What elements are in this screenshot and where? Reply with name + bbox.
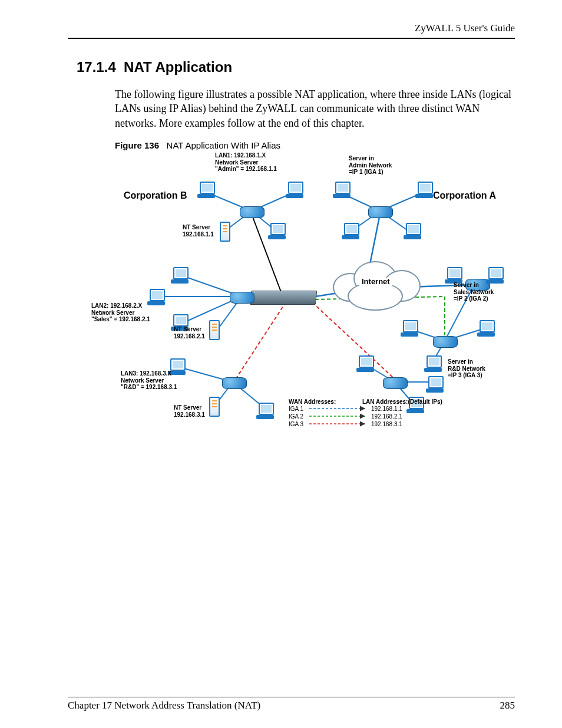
pc-icon — [415, 182, 433, 198]
internet-cloud: Internet — [327, 258, 427, 311]
svg-line-27 — [312, 302, 395, 379]
pc-icon — [342, 223, 359, 239]
nt1-label: NT Server192.168.1.1 — [183, 224, 214, 238]
section-number: 17.1.4 — [77, 59, 116, 75]
nt-server-2 — [209, 320, 220, 340]
lanip3-label: 192.168.3.1 — [371, 421, 402, 428]
pc-icon — [333, 182, 351, 198]
header-rule — [68, 38, 515, 39]
figure-number: Figure 136 — [115, 140, 159, 150]
router-lan3 — [222, 377, 247, 389]
page-number: 285 — [500, 700, 515, 711]
footer-rule — [68, 697, 515, 697]
nat-diagram: Internet Corporation B Corporation A LAN… — [115, 152, 504, 435]
footer-chapter: Chapter 17 Network Address Translation (… — [68, 700, 260, 711]
internet-label: Internet — [359, 278, 392, 286]
nt-server-3 — [209, 397, 220, 417]
nt3-label: NT Server192.168.3.1 — [174, 404, 205, 418]
pc-icon — [404, 223, 421, 239]
figure-caption: Figure 136 NAT Application With IP Alias — [115, 140, 280, 150]
pc-icon — [356, 355, 374, 372]
router-rd — [383, 377, 408, 389]
body-paragraph: The following figure illustrates a possi… — [115, 87, 515, 130]
corp-b-label: Corporation B — [124, 190, 187, 201]
lan1-label: LAN1: 192.168.1.X Network Server "Admin"… — [215, 152, 277, 173]
lan3-label: LAN3: 192.168.3.X Network Server "R&D" =… — [121, 370, 177, 391]
nt-server-1 — [220, 222, 230, 242]
pc-icon — [426, 376, 444, 393]
running-header: ZyWALL 5 User's Guide — [68, 22, 515, 34]
pc-icon — [401, 320, 418, 337]
pc-icon — [486, 267, 504, 284]
iga1-label: IGA 1 — [289, 406, 303, 413]
pc-icon — [424, 355, 442, 372]
lanip1-label: 192.168.1.1 — [371, 406, 402, 413]
corp-a-label: Corporation A — [433, 190, 496, 201]
wan-header: WAN Addresses: — [289, 398, 336, 406]
pc-icon — [477, 320, 495, 337]
pc-icon — [256, 403, 274, 419]
nt2-label: NT Server192.168.2.1 — [174, 326, 205, 340]
lanip2-label: 192.168.2.1 — [371, 413, 402, 420]
zywall-device — [250, 291, 318, 305]
router-lan2 — [230, 292, 254, 304]
srv-admin-label: Server in Admin Network =IP 1 (IGA 1) — [349, 155, 392, 176]
iga2-label: IGA 2 — [289, 413, 303, 420]
pc-icon — [197, 182, 215, 198]
section-heading: 17.1.4 NAT Application — [77, 59, 232, 75]
section-title: NAT Application — [124, 59, 232, 75]
pc-icon — [268, 223, 286, 239]
srv-rd-label: Server in R&D Network =IP 3 (IGA 3) — [448, 358, 485, 379]
router-sales — [433, 336, 458, 348]
router-admin — [368, 206, 393, 218]
lan2-label: LAN2: 192.168.2.X Network Server "Sales"… — [91, 302, 150, 323]
svg-line-26 — [236, 302, 286, 379]
pc-icon — [445, 267, 462, 284]
lan-header: LAN Addresses:(Default IPs) — [362, 398, 442, 406]
iga3-label: IGA 3 — [289, 421, 303, 428]
pc-icon — [171, 267, 189, 284]
figure-title: NAT Application With IP Alias — [167, 140, 280, 150]
pc-icon — [286, 182, 303, 198]
router-lan1 — [240, 206, 265, 218]
srv-sales-label: Server in Sales Network =IP 2 (IGA 2) — [454, 282, 494, 302]
